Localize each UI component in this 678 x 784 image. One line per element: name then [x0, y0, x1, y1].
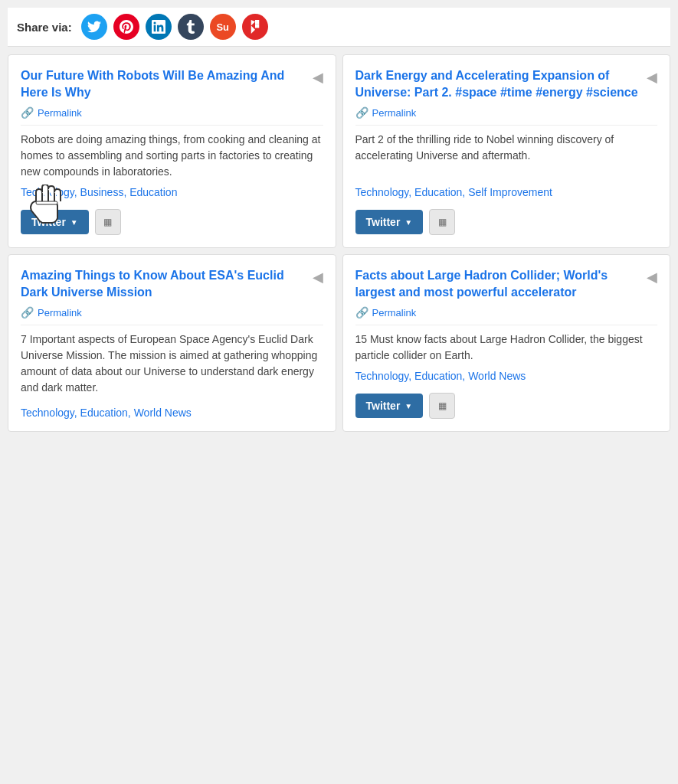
tag-self-improvement[interactable]: Self Improvement	[468, 186, 552, 198]
tag-technology-hadron[interactable]: Technology	[355, 370, 409, 382]
permalink-icon-dark-energy: 🔗	[355, 106, 368, 119]
twitter-button-robots[interactable]: Twitter ▼	[21, 210, 89, 234]
card-footer-robots: Twitter ▼ ▦	[21, 209, 323, 235]
twitter-share-icon[interactable]	[81, 14, 107, 40]
cards-grid: Our Future With Robots Will Be Amazing A…	[8, 54, 670, 432]
card-desc-robots: Robots are doing amazing things, from co…	[21, 132, 323, 180]
card-tags-dark-energy: Technology, Education, Self Improvement	[355, 186, 658, 198]
share-icon-robots[interactable]: ◀	[313, 69, 323, 86]
card-title-euclid[interactable]: Amazing Things to Know About ESA's Eucli…	[21, 267, 306, 300]
card-desc-hadron: 15 Must know facts about Large Hadron Co…	[355, 332, 658, 364]
twitter-button-dark-energy[interactable]: Twitter ▼	[355, 210, 424, 234]
tag-education-dark-energy[interactable]: Education	[414, 186, 462, 198]
tag-technology-dark-energy[interactable]: Technology	[355, 186, 409, 198]
permalink-hadron[interactable]: 🔗 Permalink	[355, 306, 658, 325]
dropdown-arrow-dark-energy: ▼	[405, 218, 412, 227]
flipboard-share-icon[interactable]	[242, 14, 268, 40]
share-label: Share via:	[17, 21, 72, 34]
permalink-dark-energy[interactable]: 🔗 Permalink	[355, 106, 658, 126]
dropdown-arrow-hadron: ▼	[405, 402, 412, 410]
share-bar: Share via: Su	[8, 8, 670, 47]
twitter-btn-label-hadron: Twitter	[366, 400, 401, 412]
card-euclid: Amazing Things to Know About ESA's Eucli…	[8, 254, 336, 432]
svg-rect-2	[36, 201, 57, 204]
twitter-btn-label-robots: Twitter	[31, 216, 66, 228]
card-title-row-2: Dark Energy and Accelerating Expansion o…	[355, 67, 658, 100]
svg-rect-0	[255, 20, 259, 24]
linkedin-share-icon[interactable]	[146, 14, 172, 40]
card-tags-robots: Technology, Business, Education	[21, 186, 323, 198]
twitter-btn-label-dark-energy: Twitter	[366, 216, 401, 228]
more-btn-robots[interactable]: ▦	[95, 209, 121, 235]
permalink-icon-euclid: 🔗	[21, 306, 34, 318]
permalink-icon-robots: 🔗	[21, 106, 34, 119]
tag-business-robots[interactable]: Business	[80, 186, 124, 198]
card-footer-hadron: Twitter ▼ ▦	[355, 393, 658, 419]
permalink-label-euclid: Permalink	[38, 307, 82, 318]
permalink-euclid[interactable]: 🔗 Permalink	[21, 306, 323, 325]
more-icon-dark-energy: ▦	[438, 217, 447, 227]
more-icon-hadron: ▦	[438, 400, 447, 411]
twitter-button-hadron[interactable]: Twitter ▼	[355, 394, 424, 418]
card-title-row-3: Amazing Things to Know About ESA's Eucli…	[21, 267, 323, 300]
card-desc-euclid: 7 Important aspects of European Space Ag…	[21, 332, 323, 396]
more-btn-hadron[interactable]: ▦	[429, 393, 455, 419]
card-hadron: Facts about Large Hadron Collider; World…	[342, 254, 671, 432]
tumblr-share-icon[interactable]	[178, 14, 204, 40]
permalink-label-robots: Permalink	[38, 107, 82, 119]
permalink-label-dark-energy: Permalink	[372, 107, 417, 119]
tag-education-robots[interactable]: Education	[129, 186, 177, 198]
stumbleupon-share-icon[interactable]: Su	[210, 14, 236, 40]
card-title-dark-energy[interactable]: Dark Energy and Accelerating Expansion o…	[355, 67, 641, 100]
card-title-robots[interactable]: Our Future With Robots Will Be Amazing A…	[21, 67, 306, 100]
card-tags-hadron: Technology, Education, World News	[355, 370, 658, 382]
share-icon-dark-energy[interactable]: ◀	[647, 69, 657, 86]
card-dark-energy: Dark Energy and Accelerating Expansion o…	[342, 54, 671, 248]
permalink-label-hadron: Permalink	[372, 307, 417, 318]
tag-technology-euclid[interactable]: Technology	[21, 407, 74, 419]
card-title-hadron[interactable]: Facts about Large Hadron Collider; World…	[355, 267, 641, 300]
card-footer-dark-energy: Twitter ▼ ▦	[355, 209, 658, 235]
tag-world-news-euclid[interactable]: World News	[134, 407, 192, 419]
card-title-row-4: Facts about Large Hadron Collider; World…	[355, 267, 658, 300]
permalink-robots[interactable]: 🔗 Permalink	[21, 106, 323, 126]
permalink-icon-hadron: 🔗	[355, 306, 368, 318]
share-icon-euclid[interactable]: ◀	[313, 269, 323, 286]
card-tags-euclid: Technology, Education, World News	[21, 407, 323, 419]
tag-technology-robots[interactable]: Technology	[21, 186, 74, 198]
pinterest-share-icon[interactable]	[113, 14, 139, 40]
tag-education-hadron[interactable]: Education	[414, 370, 462, 382]
tag-world-news-hadron[interactable]: World News	[468, 370, 526, 382]
tag-education-euclid[interactable]: Education	[80, 407, 128, 419]
more-icon-robots: ▦	[103, 217, 112, 227]
dropdown-arrow-robots: ▼	[70, 218, 78, 227]
share-icon-hadron[interactable]: ◀	[647, 269, 657, 286]
more-btn-dark-energy[interactable]: ▦	[429, 209, 455, 235]
card-title-row: Our Future With Robots Will Be Amazing A…	[21, 67, 323, 100]
svg-rect-1	[255, 24, 259, 28]
card-desc-dark-energy: Part 2 of the thrilling ride to Nobel wi…	[355, 132, 658, 164]
card-robots: Our Future With Robots Will Be Amazing A…	[8, 54, 336, 248]
